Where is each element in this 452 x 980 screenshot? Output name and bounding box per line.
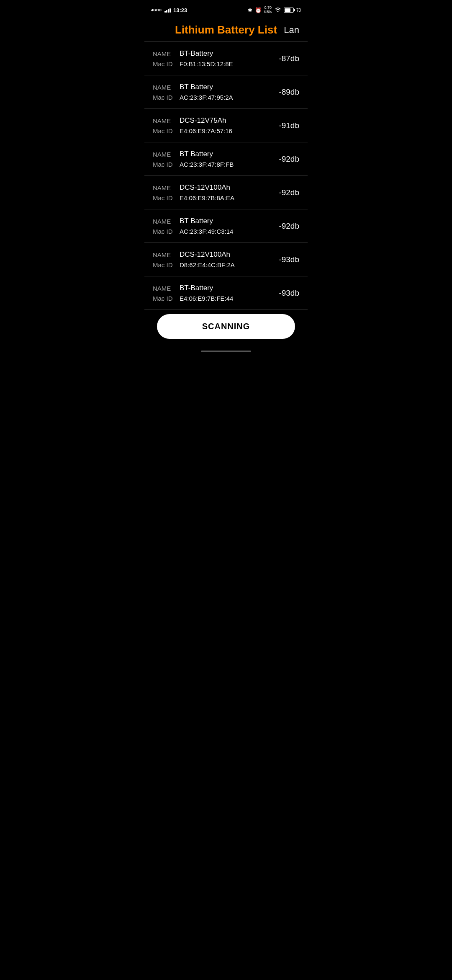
- battery-tip: [294, 9, 295, 11]
- name-label: NAME: [153, 218, 175, 225]
- battery-fill: [285, 8, 290, 12]
- scanning-button[interactable]: SCANNING: [157, 314, 295, 339]
- battery-mac: AC:23:3F:49:C3:14: [180, 228, 233, 235]
- battery-name: DCS-12V100Ah: [180, 250, 230, 259]
- alarm-icon: ⏰: [255, 7, 262, 13]
- battery-name: BT Battery: [180, 150, 213, 158]
- battery-item[interactable]: NAME DCS-12V100Ah Mac ID D8:62:E4:4C:BF:…: [144, 243, 308, 276]
- home-bar: [201, 351, 251, 352]
- battery-mac-row: Mac ID AC:23:3F:47:95:2A: [153, 94, 233, 101]
- battery-mac-row: Mac ID F0:B1:13:5D:12:8E: [153, 60, 233, 67]
- battery-name: BT Battery: [180, 217, 213, 225]
- app-header: Lithium Battery List Lan: [144, 18, 308, 42]
- battery-mac-row: Mac ID AC:23:3F:47:8F:FB: [153, 161, 234, 168]
- battery-mac-row: Mac ID D8:62:E4:4C:BF:2A: [153, 261, 235, 268]
- battery-item[interactable]: NAME BT-Battery Mac ID E4:06:E9:7B:FE:44…: [144, 276, 308, 310]
- battery-list: NAME BT-Battery Mac ID F0:B1:13:5D:12:8E…: [144, 42, 308, 310]
- battery-mac-row: Mac ID E4:06:E9:7A:57:16: [153, 127, 232, 134]
- lan-button[interactable]: Lan: [278, 25, 299, 36]
- page-title: Lithium Battery List: [174, 23, 278, 36]
- battery-info: NAME BT Battery Mac ID AC:23:3F:47:8F:FB: [153, 150, 234, 168]
- battery-mac: E4:06:E9:7B:8A:EA: [180, 194, 234, 201]
- battery-info: NAME BT-Battery Mac ID F0:B1:13:5D:12:8E: [153, 49, 233, 67]
- scanning-container: SCANNING: [144, 310, 308, 347]
- battery-name-row: NAME BT Battery: [153, 217, 233, 225]
- battery-item[interactable]: NAME BT Battery Mac ID AC:23:3F:47:95:2A…: [144, 75, 308, 109]
- battery-name-row: NAME DCS-12V75Ah: [153, 116, 232, 125]
- battery-item[interactable]: NAME DCS-12V75Ah Mac ID E4:06:E9:7A:57:1…: [144, 109, 308, 142]
- speed-indicator: 0.70 KB/s: [264, 6, 272, 14]
- battery-icon: 70: [284, 8, 301, 13]
- battery-name: BT Battery: [180, 83, 213, 91]
- battery-info: NAME BT-Battery Mac ID E4:06:E9:7B:FE:44: [153, 284, 233, 302]
- wifi-icon: [275, 7, 281, 13]
- battery-signal: -92db: [272, 188, 299, 197]
- battery-signal: -91db: [272, 121, 299, 130]
- battery-item[interactable]: NAME BT-Battery Mac ID F0:B1:13:5D:12:8E…: [144, 42, 308, 75]
- battery-name-row: NAME BT-Battery: [153, 49, 233, 58]
- battery-signal: -89db: [272, 88, 299, 97]
- battery-mac: D8:62:E4:4C:BF:2A: [180, 261, 235, 268]
- mac-label: Mac ID: [153, 228, 175, 235]
- battery-item[interactable]: NAME BT Battery Mac ID AC:23:3F:47:8F:FB…: [144, 142, 308, 176]
- battery-name: BT-Battery: [180, 284, 213, 292]
- status-bar: 4GHD 13:23 ✱ ⏰ 0.70 KB/s 70: [144, 0, 308, 18]
- signal-bar-2: [166, 10, 167, 13]
- battery-signal: -87db: [272, 54, 299, 63]
- mac-label: Mac ID: [153, 127, 175, 134]
- battery-name: DCS-12V100Ah: [180, 183, 230, 192]
- battery-name-row: NAME BT-Battery: [153, 284, 233, 292]
- battery-mac-row: Mac ID AC:23:3F:49:C3:14: [153, 228, 233, 235]
- battery-item[interactable]: NAME BT Battery Mac ID AC:23:3F:49:C3:14…: [144, 209, 308, 243]
- battery-name: DCS-12V75Ah: [180, 116, 226, 125]
- mac-label: Mac ID: [153, 60, 175, 67]
- name-label: NAME: [153, 184, 175, 191]
- mac-label: Mac ID: [153, 295, 175, 302]
- battery-info: NAME BT Battery Mac ID AC:23:3F:49:C3:14: [153, 217, 233, 235]
- name-label: NAME: [153, 84, 175, 91]
- battery-level: 70: [296, 8, 301, 13]
- signal-bar-4: [170, 8, 171, 13]
- battery-signal: -92db: [272, 155, 299, 164]
- battery-info: NAME DCS-12V100Ah Mac ID E4:06:E9:7B:8A:…: [153, 183, 234, 201]
- battery-signal: -92db: [272, 222, 299, 231]
- signal-bar-3: [168, 9, 169, 13]
- battery-mac-row: Mac ID E4:06:E9:7B:FE:44: [153, 295, 233, 302]
- battery-signal: -93db: [272, 289, 299, 298]
- mac-label: Mac ID: [153, 194, 175, 201]
- battery-mac: E4:06:E9:7B:FE:44: [180, 295, 233, 302]
- battery-signal: -93db: [272, 255, 299, 264]
- battery-info: NAME BT Battery Mac ID AC:23:3F:47:95:2A: [153, 83, 233, 101]
- battery-name-row: NAME BT Battery: [153, 150, 234, 158]
- battery-info: NAME DCS-12V75Ah Mac ID E4:06:E9:7A:57:1…: [153, 116, 232, 134]
- battery-mac: E4:06:E9:7A:57:16: [180, 127, 232, 134]
- battery-name-row: NAME DCS-12V100Ah: [153, 183, 234, 192]
- home-indicator: [144, 347, 308, 356]
- battery-mac-row: Mac ID E4:06:E9:7B:8A:EA: [153, 194, 234, 201]
- name-label: NAME: [153, 251, 175, 258]
- status-left: 4GHD 13:23: [151, 7, 187, 13]
- battery-name: BT-Battery: [180, 49, 213, 58]
- signal-icon: [164, 8, 171, 13]
- battery-name-row: NAME DCS-12V100Ah: [153, 250, 235, 259]
- name-label: NAME: [153, 50, 175, 57]
- signal-bar-1: [164, 11, 166, 13]
- speed-unit: KB/s: [264, 10, 272, 14]
- status-right: ✱ ⏰ 0.70 KB/s 70: [248, 6, 301, 14]
- mac-label: Mac ID: [153, 161, 175, 168]
- battery-mac: AC:23:3F:47:8F:FB: [180, 161, 234, 168]
- battery-info: NAME DCS-12V100Ah Mac ID D8:62:E4:4C:BF:…: [153, 250, 235, 268]
- mac-label: Mac ID: [153, 261, 175, 268]
- network-type: 4GHD: [151, 8, 162, 12]
- battery-mac: AC:23:3F:47:95:2A: [180, 94, 233, 101]
- bluetooth-icon: ✱: [248, 7, 252, 13]
- name-label: NAME: [153, 285, 175, 292]
- name-label: NAME: [153, 151, 175, 158]
- battery-mac: F0:B1:13:5D:12:8E: [180, 60, 233, 67]
- battery-name-row: NAME BT Battery: [153, 83, 233, 91]
- battery-body: [284, 8, 294, 13]
- mac-label: Mac ID: [153, 94, 175, 101]
- battery-item[interactable]: NAME DCS-12V100Ah Mac ID E4:06:E9:7B:8A:…: [144, 176, 308, 209]
- name-label: NAME: [153, 117, 175, 124]
- status-time: 13:23: [173, 7, 187, 13]
